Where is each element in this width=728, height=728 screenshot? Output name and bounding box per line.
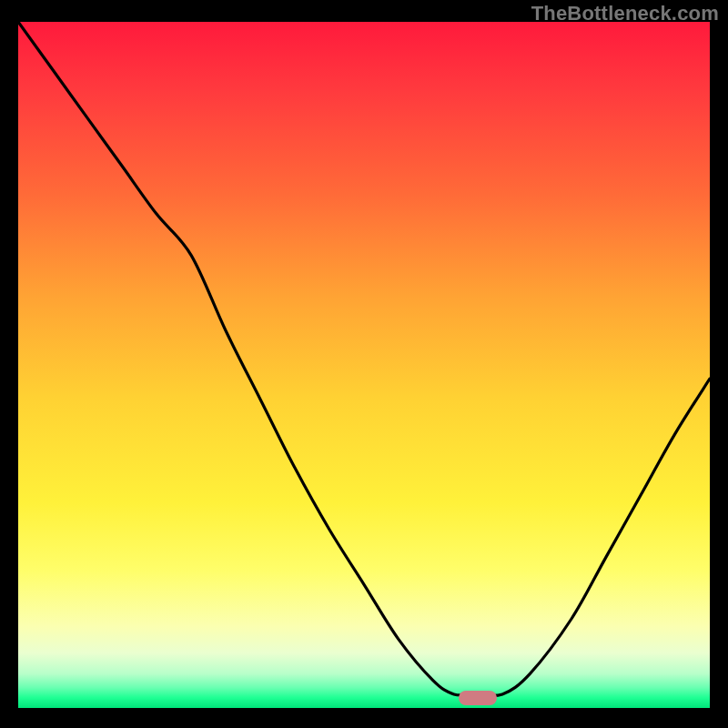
chart-frame: TheBottleneck.com xyxy=(0,0,728,728)
bottleneck-curve xyxy=(18,22,710,708)
plot-area xyxy=(18,22,710,708)
curve-path xyxy=(18,22,710,696)
optimal-marker xyxy=(459,691,497,705)
